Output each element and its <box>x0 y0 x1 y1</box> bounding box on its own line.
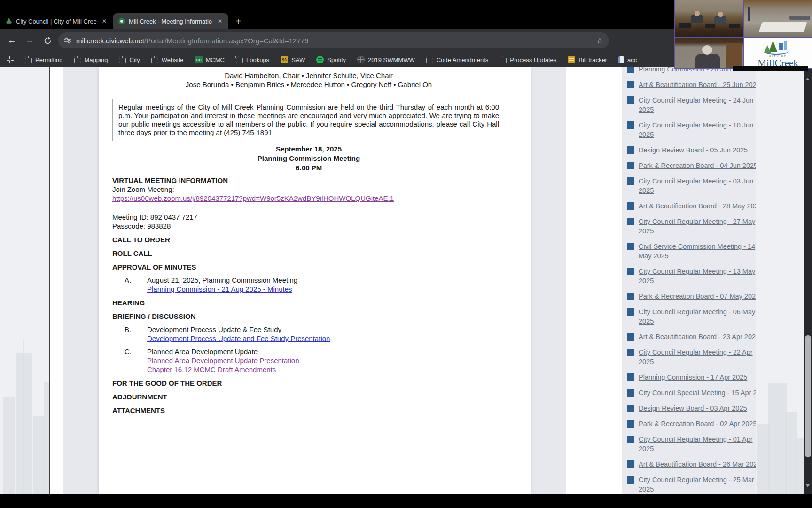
agenda-item-letter: C. <box>125 347 147 374</box>
meeting-bullet-square <box>627 218 634 225</box>
bookmark-label: acc <box>627 56 637 64</box>
tab-close-icon[interactable]: ✕ <box>216 18 224 24</box>
meeting-link[interactable]: Park & Recreation Board - 02 Apr 2025 <box>639 419 757 429</box>
meeting-link[interactable]: Park & Recreation Board - 07 May 2025 <box>639 292 759 301</box>
saw-icon: SA <box>281 56 288 64</box>
agenda-heading: APPROVAL OF MINUTES <box>112 262 505 271</box>
bookmark-code-amendments[interactable]: Code Amendments <box>426 56 489 64</box>
agenda-attachment-link[interactable]: Development Process Update and Fee Study… <box>147 334 505 343</box>
video-scene-shape <box>729 24 740 28</box>
bill-icon <box>568 56 575 63</box>
agenda-heading: FOR THE GOOD OF THE ORDER <box>112 379 505 388</box>
bookmarks-list: PermittingMappingCityWebsiteGCMCMCLookup… <box>25 56 637 64</box>
agenda-attachment-link[interactable]: Chapter 16.12 MCMC Draft Amendments <box>147 365 505 374</box>
meeting-link[interactable]: Park & Recreation Board - 04 Jun 2025 <box>639 161 757 170</box>
folder-icon <box>236 58 243 63</box>
bookmark-acc[interactable]: acc <box>618 56 637 64</box>
meeting-link[interactable]: City Council Regular Meeting - 06 May 20… <box>639 307 769 326</box>
bookmark-website[interactable]: Website <box>151 56 184 64</box>
bookmark-label: Code Amendments <box>437 56 489 64</box>
agenda-attachment-link[interactable]: Planning Commission - 21 Aug 2025 - Minu… <box>147 285 505 294</box>
bookmark-star-icon[interactable]: ☆ <box>596 36 603 46</box>
meeting-link[interactable]: Art & Beautification Board - 28 May 2025 <box>639 201 762 211</box>
bookmarks-separator <box>20 56 20 64</box>
agenda-item: A.August 21, 2025, Planning Commission M… <box>125 276 505 294</box>
bookmark-mcmc[interactable]: GCMCMC <box>195 56 225 64</box>
page-right-margin <box>756 67 804 494</box>
video-feed-logo: CITY OF MillCreek WASHINGTON <box>744 37 812 69</box>
meeting-link[interactable]: City Council Regular Meeting - 27 May 20… <box>639 217 769 236</box>
bookmark-label: Spotify <box>327 56 346 64</box>
skyline-watermark-right <box>756 381 804 494</box>
meeting-bullet-square <box>627 389 634 397</box>
meeting-bullet-square <box>627 202 634 210</box>
bookmark-city[interactable]: City <box>119 56 140 64</box>
meeting-link[interactable]: City Council Regular Meeting - 24 Jun 20… <box>639 95 769 114</box>
reload-button[interactable] <box>40 33 55 48</box>
video-scene-shape <box>679 23 691 28</box>
meeting-link[interactable]: Art & Beautification Board - 25 Jun 2025 <box>639 80 760 89</box>
scrollbar-thumb[interactable] <box>805 335 811 457</box>
site-info-icon[interactable] <box>64 37 71 44</box>
bookmark-saw[interactable]: SASAW <box>281 56 305 64</box>
meeting-link[interactable]: City Council Regular Meeting - 25 Mar 20… <box>639 475 769 494</box>
meeting-link[interactable]: City Council Regular Meeting - 22 Apr 20… <box>639 348 769 366</box>
bookmark-lookups[interactable]: Lookups <box>236 56 269 64</box>
folder-icon <box>25 58 32 63</box>
meeting-link[interactable]: City Council Special Meeting - 15 Apr 20… <box>639 388 768 397</box>
tab-meeting-information[interactable]: Mill Creek - Meeting Informatio ✕ <box>113 13 228 29</box>
apps-grid-icon[interactable] <box>7 56 14 64</box>
scroll-down-arrow[interactable] <box>806 484 810 487</box>
bookmark-label: 2019 SWMMWW <box>368 56 415 64</box>
agenda-item: B.Development Process Update & Fee Study… <box>125 325 505 343</box>
bookmark-2019-swmmww[interactable]: 2019 SWMMWW <box>357 56 415 64</box>
tab-city-council[interactable]: City Council | City of Mill Creek ✕ <box>0 13 113 29</box>
meeting-bullet-square <box>627 293 634 300</box>
virtual-meeting-block: VIRTUAL MEETING INFORMATION Join Zoom Me… <box>112 176 505 203</box>
back-button[interactable]: ← <box>5 33 19 48</box>
meeting-bullet-square <box>627 349 634 356</box>
meeting-bullet-square <box>627 146 634 154</box>
meeting-bullet-square <box>627 121 634 129</box>
bookmark-permitting[interactable]: Permitting <box>25 56 63 64</box>
tab-close-icon[interactable]: ✕ <box>101 18 108 24</box>
meeting-link[interactable]: Art & Beautification Board - 23 Apr 2025 <box>639 332 759 341</box>
reload-icon <box>44 37 52 45</box>
bookmark-mapping[interactable]: Mapping <box>74 56 108 64</box>
video-scene-shape <box>695 54 720 69</box>
video-scene-shape <box>718 12 723 17</box>
agenda-attachment-link[interactable]: Planned Area Development Update Presenta… <box>147 356 505 365</box>
url-text[interactable]: millcreek.civicweb.net/Portal/MeetingInf… <box>76 37 592 45</box>
meeting-link[interactable]: Civil Service Commission Meeting - 14 Ma… <box>639 242 769 261</box>
meeting-link[interactable]: Planning Commission - 17 Apr 2025 <box>639 373 747 382</box>
new-tab-button[interactable]: + <box>231 14 245 28</box>
spotify-icon <box>316 56 324 64</box>
bookmark-label: Bill tracker <box>578 56 607 64</box>
meeting-link[interactable]: Design Review Board - 05 Jun 2025 <box>639 145 748 155</box>
agenda-item-body: Development Process Update & Fee StudyDe… <box>147 325 505 343</box>
meeting-link[interactable]: City Council Regular Meeting - 01 Apr 20… <box>639 435 769 453</box>
bookmark-label: Lookups <box>246 56 269 64</box>
scroll-up-arrow[interactable] <box>806 78 810 80</box>
meeting-link[interactable]: City Council Regular Meeting - 13 May 20… <box>639 267 769 286</box>
address-bar[interactable]: millcreek.civicweb.net/Portal/MeetingInf… <box>58 32 609 48</box>
video-artifact-bar <box>733 66 808 71</box>
meeting-link[interactable]: City Council Regular Meeting - 10 Jun 20… <box>639 120 769 139</box>
bookmark-process-updates[interactable]: Process Updates <box>500 56 556 64</box>
bookmark-label: Mapping <box>85 56 108 64</box>
meeting-link[interactable]: City Council Regular Meeting - 03 Jun 20… <box>639 176 769 195</box>
meeting-bullet-square <box>627 373 634 381</box>
meeting-link[interactable]: Art & Beautification Board - 26 Mar 2025 <box>639 460 761 469</box>
agenda-heading: HEARING <box>112 298 505 307</box>
agenda-heading: ATTACHMENTS <box>112 406 505 415</box>
meeting-link[interactable]: Design Review Board - 03 Apr 2025 <box>639 404 747 413</box>
forward-button[interactable]: → <box>23 33 37 48</box>
folder-icon <box>119 58 126 63</box>
commission-chairs-line: David Hambelton, Chair • Jennifer Schult… <box>112 71 505 80</box>
agenda-item-body: August 21, 2025, Planning Commission Mee… <box>147 276 505 294</box>
video-overlay[interactable]: Mill Creek Council Ch... CITY OF MillCre… <box>674 0 812 69</box>
bookmark-bill-tracker[interactable]: Bill tracker <box>568 56 607 64</box>
page-scrollbar[interactable] <box>804 67 812 494</box>
bookmark-spotify[interactable]: Spotify <box>316 56 346 64</box>
zoom-meeting-link[interactable]: https://us06web.zoom.us/j/89204377217?pw… <box>112 194 505 203</box>
